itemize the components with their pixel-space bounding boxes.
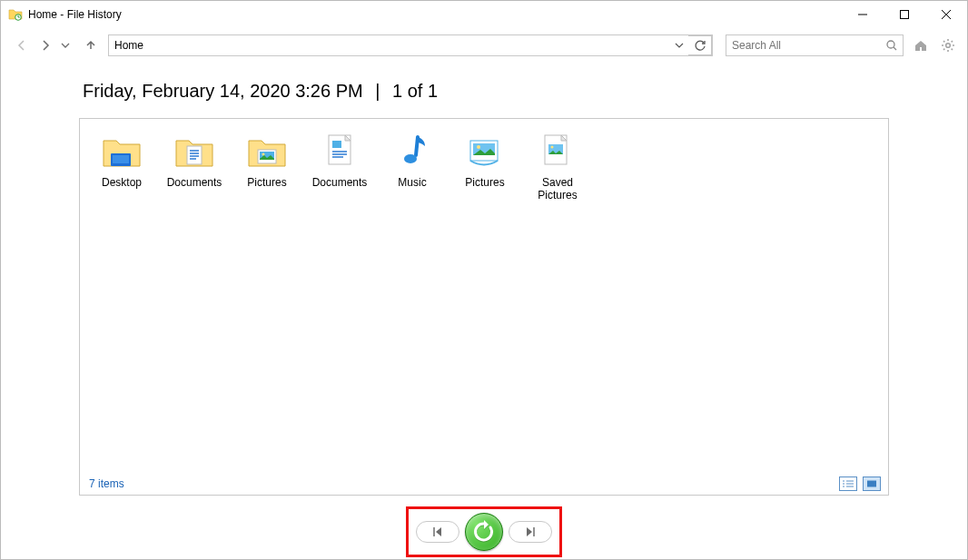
maximize-button[interactable] <box>884 1 925 28</box>
folder-item[interactable]: Documents <box>158 128 231 202</box>
svg-point-2 <box>887 41 894 48</box>
items-panel: DesktopDocumentsPicturesDocumentsMusicPi… <box>79 118 889 496</box>
up-button[interactable] <box>81 35 101 55</box>
svg-point-3 <box>946 44 951 48</box>
folder-item[interactable]: Pictures <box>231 128 303 202</box>
gear-icon[interactable] <box>938 35 958 55</box>
library-documents-icon <box>318 132 361 175</box>
snapshot-timestamp: Friday, February 14, 2020 3:26 PM <box>83 81 363 101</box>
icons-view-button[interactable] <box>863 476 881 491</box>
bottom-controls <box>1 505 967 559</box>
content-area: Friday, February 14, 2020 3:26 PM | 1 of… <box>1 63 967 505</box>
folder-documents-icon <box>173 132 216 175</box>
previous-version-button[interactable] <box>416 521 459 543</box>
address-bar <box>108 34 713 56</box>
item-label: Pictures <box>465 177 504 190</box>
annotation-highlight <box>406 506 562 557</box>
item-label: Documents <box>312 177 368 190</box>
item-label: Pictures <box>247 177 286 190</box>
folder-item[interactable]: Desktop <box>85 128 158 202</box>
close-button[interactable] <box>925 1 967 28</box>
folder-desktop-icon <box>100 132 143 175</box>
panel-statusbar: 7 items <box>80 473 888 495</box>
home-icon[interactable] <box>911 35 931 55</box>
back-button[interactable] <box>12 35 32 55</box>
svg-rect-1 <box>901 11 909 19</box>
folder-item[interactable]: Saved Pictures <box>521 128 594 202</box>
search-input[interactable] <box>726 39 881 52</box>
folder-pictures-icon <box>245 132 289 175</box>
item-label: Saved Pictures <box>521 177 594 202</box>
folder-item[interactable]: Documents <box>303 128 376 202</box>
restore-button[interactable] <box>465 513 503 551</box>
app-icon <box>8 7 23 22</box>
address-input[interactable] <box>109 35 670 55</box>
view-toggles <box>839 476 881 491</box>
heading-separator: | <box>375 81 380 101</box>
items-grid: DesktopDocumentsPicturesDocumentsMusicPi… <box>80 119 888 473</box>
library-pictures-icon <box>463 132 507 175</box>
file-history-window: Home - File History <box>0 0 968 560</box>
folder-item[interactable]: Music <box>376 128 449 202</box>
folder-item[interactable]: Pictures <box>449 128 521 202</box>
next-version-button[interactable] <box>509 521 552 543</box>
snapshot-pager: 1 of 1 <box>392 81 438 101</box>
svg-rect-11 <box>332 141 341 148</box>
history-dropdown-button[interactable] <box>59 35 72 55</box>
svg-rect-6 <box>187 146 202 164</box>
navigation-toolbar <box>1 28 967 63</box>
item-label: Documents <box>167 177 222 190</box>
snapshot-heading: Friday, February 14, 2020 3:26 PM | 1 of… <box>83 81 889 102</box>
svg-point-12 <box>404 154 417 163</box>
minimize-button[interactable] <box>842 1 884 28</box>
item-label: Music <box>398 177 426 190</box>
window-title: Home - File History <box>28 8 122 21</box>
svg-rect-5 <box>113 155 129 163</box>
window-controls <box>842 1 967 28</box>
forward-button[interactable] <box>35 35 55 55</box>
details-view-button[interactable] <box>839 476 857 491</box>
refresh-button[interactable] <box>688 35 712 55</box>
library-music-icon <box>390 132 434 175</box>
titlebar-left: Home - File History <box>8 7 122 22</box>
item-label: Desktop <box>102 177 142 190</box>
search-icon[interactable] <box>881 39 903 52</box>
address-dropdown-button[interactable] <box>670 35 688 55</box>
search-box <box>726 34 904 56</box>
status-item-count: 7 items <box>89 477 124 490</box>
titlebar: Home - File History <box>1 1 967 28</box>
svg-rect-19 <box>867 481 876 487</box>
svg-point-18 <box>551 146 554 149</box>
svg-point-15 <box>477 145 480 149</box>
library-saved-pictures-icon <box>536 132 579 175</box>
